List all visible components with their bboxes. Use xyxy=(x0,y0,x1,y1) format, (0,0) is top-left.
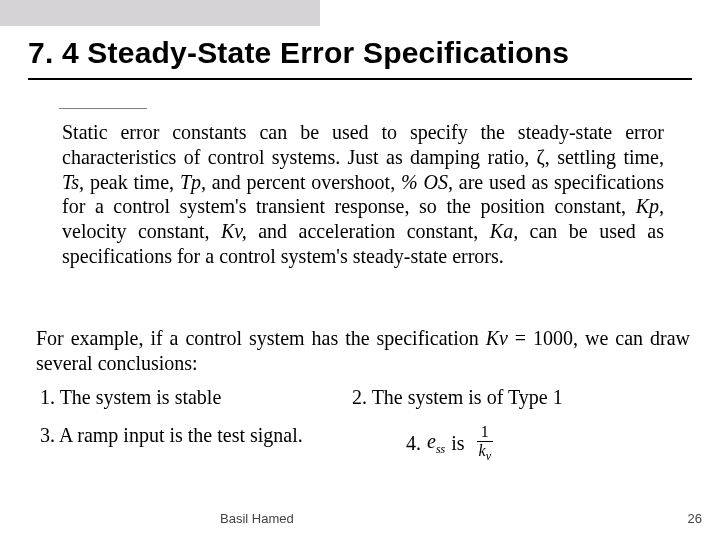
text: For example, if a control system has the… xyxy=(36,327,486,349)
subscript-ss: ss xyxy=(436,442,445,456)
text: Static error constants can be used to sp… xyxy=(62,121,664,168)
conclusion-4: 4. ess is 1 kv xyxy=(406,424,495,462)
conclusion-row-1: 1. The system is stable 2. The system is… xyxy=(40,386,680,409)
footer-author: Basil Hamed xyxy=(220,511,360,526)
text: and percent overshoot, xyxy=(206,171,401,193)
text: 4. xyxy=(406,432,421,455)
symbol-k: k xyxy=(479,442,486,459)
symbol-kv: Kv, xyxy=(221,220,247,242)
subscript-v: v xyxy=(486,449,491,463)
text: velocity constant, xyxy=(62,220,221,242)
title-underline xyxy=(28,78,692,80)
paragraph-example: For example, if a control system has the… xyxy=(36,326,690,376)
slide-title: 7. 4 Steady-State Error Specifications xyxy=(28,36,692,70)
symbol-kv: Kv xyxy=(486,327,508,349)
conclusion-2: 2. The system is of Type 1 xyxy=(352,386,672,409)
conclusion-3: 3. A ramp input is the test signal. xyxy=(40,424,340,447)
header-band xyxy=(0,0,320,26)
footer-page-number: 26 xyxy=(688,511,702,526)
text: and acceleration constant, xyxy=(247,220,490,242)
title-dash xyxy=(59,108,147,109)
paragraph-intro: Static error constants can be used to sp… xyxy=(62,120,664,269)
text: is xyxy=(451,432,464,455)
symbol-tp: Tp, xyxy=(180,171,206,193)
symbol-ts: Ts, xyxy=(62,171,84,193)
conclusion-row-2: 3. A ramp input is the test signal. 4. e… xyxy=(40,424,680,462)
symbol-os: % OS, xyxy=(401,171,453,193)
fraction-denominator: kv xyxy=(475,442,495,462)
fraction-numerator: 1 xyxy=(477,424,493,442)
conclusion-1: 1. The system is stable xyxy=(40,386,340,409)
symbol-e: e xyxy=(427,430,436,452)
symbol-ka: Ka, xyxy=(490,220,518,242)
fraction: 1 kv xyxy=(475,424,495,462)
text: peak time, xyxy=(84,171,180,193)
slide: 7. 4 Steady-State Error Specifications S… xyxy=(0,0,720,540)
symbol-kp: Kp, xyxy=(636,195,664,217)
